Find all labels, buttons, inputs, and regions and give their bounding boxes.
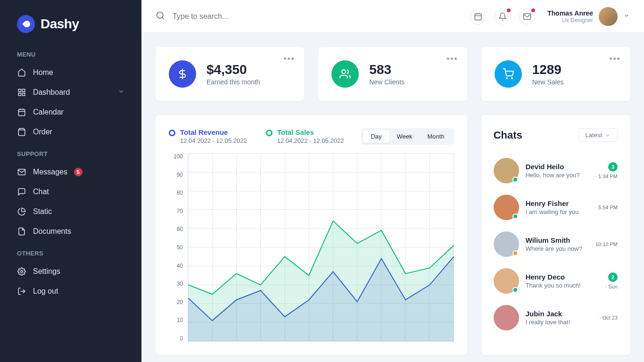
home-icon [17,68,26,77]
nav-chat[interactable]: Chat [0,182,141,202]
chat-name: Wilium Smith [526,236,586,244]
range-week[interactable]: Week [389,130,420,143]
nav-dashboard[interactable]: Dashboard [0,82,141,102]
nav-label: Static [33,207,52,216]
notifications-icon[interactable] [495,8,511,25]
chat-name: Henry Deco [526,273,599,281]
search-icon[interactable] [156,11,165,22]
nav-label: Chat [33,188,49,196]
mail-icon [17,167,26,177]
chat-meta: 2· Sun [605,272,618,289]
stat-label: Earned this month [206,78,260,86]
chat-time: · Sun [605,284,618,289]
nav-messages[interactable]: Messages 5 [0,162,141,182]
range-day[interactable]: Day [363,130,389,143]
chat-icon [17,187,26,197]
status-dot [512,214,518,219]
chat-meta: · Oct 23 [599,315,618,321]
nav-settings[interactable]: Settings [0,262,141,281]
grid-icon [17,88,26,97]
y-tick: 70 [169,208,183,214]
chats-sort[interactable]: Latest [578,128,618,142]
chat-item[interactable]: Jubin JackI really love that! · Oct 23 [494,299,618,336]
stat-value: 583 [369,62,405,77]
nav-label: Home [33,68,53,77]
legend-title: Total Sales [277,128,344,136]
legend-dot-icon [169,130,175,136]
nav-calendar[interactable]: Calendar [0,102,141,122]
chat-name: Devid Heilo [526,163,589,171]
stat-label: New Clients [369,78,405,86]
support-section-label: SUPPORT [0,142,141,162]
nav-label: Settings [33,267,60,276]
y-tick: 40 [169,263,183,269]
svg-point-12 [157,12,163,18]
chart-svg [188,153,454,341]
svg-line-13 [162,17,164,19]
unread-badge: 3 [608,162,618,172]
y-tick: 0 [169,335,183,342]
svg-point-21 [506,78,507,79]
main: Thomas Anree Ux Designer $4,350Earned th… [141,0,644,362]
range-month[interactable]: Month [420,130,452,143]
svg-rect-3 [18,93,21,96]
svg-point-22 [512,78,512,79]
legend-sales: Total Sales12.04.2022 - 12.05.2022 [266,128,344,144]
plot [188,153,454,342]
y-tick: 80 [169,189,183,196]
revenue-chart: Total Revenue12.04.2022 - 12.05.2022 Tot… [156,115,467,355]
y-tick: 100 [169,153,183,160]
y-tick: 50 [169,244,183,251]
user-menu[interactable]: Thomas Anree Ux Designer [547,7,630,26]
user-name: Thomas Anree [547,9,593,17]
header-mail-icon[interactable] [519,8,535,25]
nav-label: Log out [33,287,58,296]
chat-time: · 5:54 PM [595,205,618,210]
card-menu-icon[interactable] [610,58,619,60]
search-input[interactable] [173,12,462,21]
unread-badge: 2 [608,272,618,282]
nav-documents[interactable]: Documents [0,222,141,241]
stat-value: 1289 [532,62,564,77]
dollar-icon [169,60,196,88]
chevron-down-icon [623,12,630,21]
chat-meta: · 5:54 PM [595,205,618,210]
header-calendar-icon[interactable] [470,8,486,25]
users-icon [331,60,359,88]
svg-point-20 [342,70,346,74]
logo[interactable]: Dashy [0,0,141,42]
chat-item[interactable]: Henry FisherI am waiting for you · 5:54 … [494,189,618,226]
avatar [494,158,519,183]
chat-message: Hello, how are you? [526,172,589,179]
nav-static[interactable]: Static [0,202,141,222]
search [156,11,462,22]
nav-order[interactable]: Order [0,122,141,142]
chat-time: · 10:12 PM [593,241,618,247]
nav-home[interactable]: Home [0,63,141,82]
svg-rect-2 [23,93,25,96]
cart-icon [495,60,522,88]
chat-item[interactable]: Devid HeiloHello, how are you? 3· 1:34 P… [494,152,618,189]
chat-item[interactable]: Henry DecoThank you so much! 2· Sun [494,263,618,299]
chart-area: 1009080706050403020100 [169,153,454,342]
card-menu-icon[interactable] [447,58,457,60]
chats-title: Chats [494,129,522,141]
svg-point-10 [21,271,23,273]
legend-dot-icon [266,130,272,136]
avatar [494,305,519,330]
chat-message: Thank you so much! [526,282,599,289]
chart-legend: Total Revenue12.04.2022 - 12.05.2022 Tot… [169,128,344,144]
bag-icon [17,127,26,137]
nav-logout[interactable]: Log out [0,281,141,301]
chat-list: Devid HeiloHello, how are you? 3· 1:34 P… [494,152,618,336]
notification-dot [507,8,511,12]
calendar-icon [17,107,26,117]
user-role: Ux Designer [547,17,593,24]
chat-meta: · 10:12 PM [593,241,618,247]
logo-icon [17,15,35,33]
y-tick: 10 [169,317,183,323]
notification-dot [531,8,535,12]
chat-item[interactable]: Wilium SmithWhere are you now? · 10:12 P… [494,226,618,263]
nav-label: Calendar [33,108,64,116]
card-menu-icon[interactable] [284,58,294,60]
